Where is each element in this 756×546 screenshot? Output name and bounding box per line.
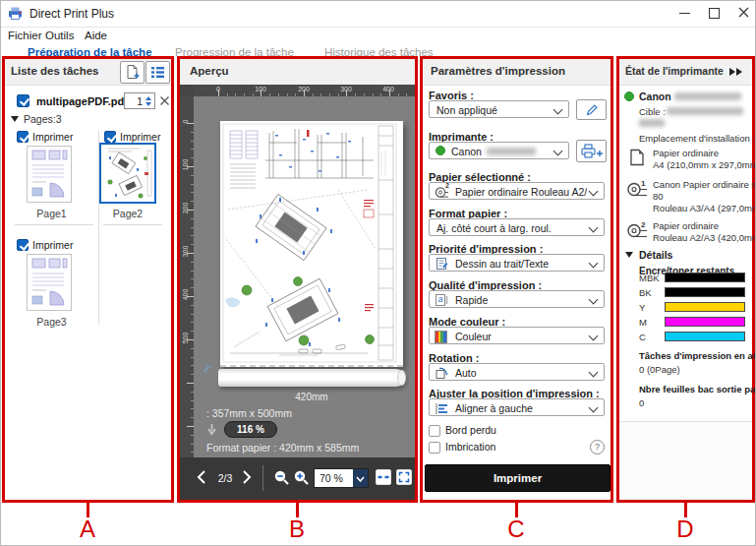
menu-aide[interactable]: Aide	[85, 30, 107, 41]
ruler-label: 300	[340, 86, 352, 92]
help-icon[interactable]: ?	[590, 440, 605, 455]
scale-arrow-icon	[206, 422, 217, 435]
paper-roll-icon: 2	[435, 185, 448, 198]
add-printer-button[interactable]	[576, 140, 607, 162]
printer-name: Canon	[639, 91, 671, 102]
paper-format-label: Format papier : 420mm x 585mm	[206, 442, 359, 454]
rotation-dropdown[interactable]: Auto	[429, 363, 605, 381]
vertical-ruler: 0 100 200 300 400 500	[180, 96, 194, 457]
redacted-text	[674, 92, 741, 100]
ink-bar-c	[665, 332, 745, 341]
preview-canvas[interactable]: ✂ 420mm : 357mm x 500mm 116 % Format pap…	[194, 96, 415, 457]
chevron-down-icon	[589, 258, 599, 268]
paper2-name: Canon Papier ordinaire sup.	[653, 179, 756, 190]
location-label: Emplacement d'installation :	[639, 133, 755, 144]
print-priority-dropdown[interactable]: Dessin au trait/Texte	[429, 254, 605, 272]
output-tray-value: 0	[639, 397, 644, 408]
chevron-down-icon	[589, 294, 599, 304]
minimize-button[interactable]	[670, 0, 700, 26]
details-label: Détails	[639, 249, 672, 261]
app-icon	[8, 6, 23, 21]
roll-1-icon: 1	[626, 181, 648, 198]
print-quality-dropdown[interactable]: a Rapide	[429, 290, 605, 308]
combobox-arrow[interactable]	[353, 469, 368, 487]
print-settings-panel: Paramètres d'impression Favoris : Non ap…	[420, 56, 613, 503]
page3-thumbnail[interactable]	[27, 254, 72, 311]
ink-name: C	[639, 332, 646, 342]
page2-print-label: Imprimer	[120, 131, 160, 143]
menu-fichier[interactable]: Fichier	[8, 30, 42, 41]
page3-print-label: Imprimer	[32, 239, 73, 251]
printer-dropdown[interactable]: Canon	[429, 142, 569, 159]
roll-width-label: 420mm	[218, 392, 405, 402]
pencil-icon	[577, 100, 606, 119]
cut-scissors-icon: ✂	[198, 361, 216, 379]
title-bar[interactable]: Direct Print Plus	[0, 0, 756, 28]
print-position-dropdown[interactable]: Aligner à gauche	[429, 398, 605, 416]
zoom-level-combobox[interactable]: 70 %	[314, 468, 369, 488]
stepper-up-icon[interactable]	[145, 96, 151, 100]
maximize-button[interactable]	[700, 0, 729, 26]
chevron-down-icon	[553, 104, 563, 114]
close-button[interactable]	[729, 0, 756, 26]
job-list-panel: Liste des tâches multipagePDF.pdf 1 Page…	[2, 56, 174, 503]
favorites-dropdown[interactable]: Non appliqué	[429, 100, 569, 118]
remove-file-icon[interactable]	[158, 93, 171, 106]
scale-badge: 116 %	[224, 421, 277, 438]
redacted-text	[487, 148, 536, 155]
printer-status-title: État de l'imprimante	[625, 65, 724, 77]
page2-print-checkbox[interactable]	[104, 131, 116, 143]
fit-width-button[interactable]	[376, 469, 391, 485]
zoom-in-button[interactable]	[293, 469, 310, 486]
color-mode-value: Couleur	[455, 331, 587, 342]
print-button[interactable]: Imprimer	[425, 464, 611, 492]
menu-outils[interactable]: Outils	[45, 30, 74, 41]
ruler-label: 200	[182, 199, 189, 218]
ink-bar-m	[665, 317, 745, 327]
roll-number-badge: 1	[641, 179, 645, 188]
ink-bar-bk	[665, 287, 745, 297]
output-tray-label: Nbre feuilles bac sortie pap. :	[639, 384, 756, 394]
collapse-details-icon[interactable]	[625, 252, 633, 258]
chevron-down-icon	[589, 402, 599, 412]
page1-thumbnail[interactable]	[27, 146, 72, 203]
file-checkbox[interactable]	[17, 94, 29, 107]
paper1-name: Papier ordinaire	[653, 148, 719, 158]
list-view-button[interactable]	[145, 61, 170, 84]
direct-print-plus-window: Direct Print Plus Fichier Outils Aide Pr…	[0, 0, 756, 546]
selected-paper-dropdown[interactable]: 2 Papier ordinaire Rouleau A2/A3 (420,0	[429, 182, 605, 200]
color-mode-dropdown[interactable]: Couleur	[429, 327, 605, 344]
preview-paper	[220, 121, 403, 367]
printer-status-panel: État de l'imprimante Canon Cible : Empla…	[616, 56, 755, 503]
page1-print-checkbox[interactable]	[17, 131, 29, 143]
add-file-button[interactable]	[120, 61, 145, 84]
preview-panel: Aperçu 0 100 200 300 400 0 100 200 300 4…	[177, 56, 418, 503]
prev-page-button[interactable]	[196, 469, 207, 485]
cut-sheet-icon	[628, 149, 645, 166]
preview-toolbar: 2/3 70 %	[180, 457, 415, 500]
page2-label: Page2	[99, 208, 156, 219]
page1-print-label: Imprimer	[32, 131, 73, 143]
selected-paper-value: Papier ordinaire Rouleau A2/A3 (420,0	[455, 186, 587, 198]
stepper-down-icon[interactable]	[145, 102, 151, 106]
chevron-down-icon	[589, 331, 599, 340]
nesting-checkbox[interactable]	[429, 442, 440, 454]
edit-favorites-button[interactable]	[576, 99, 607, 120]
paper2-size: Rouleau A3/A4 (297,0mm)	[653, 203, 756, 213]
page3-label: Page3	[5, 316, 98, 328]
ink-name: M	[639, 317, 647, 328]
preview-title: Aperçu	[190, 65, 229, 77]
borderless-checkbox[interactable]	[429, 425, 440, 437]
page2-thumbnail[interactable]	[99, 143, 156, 204]
zoom-out-button[interactable]	[273, 469, 290, 486]
fit-page-button[interactable]	[396, 469, 412, 485]
rainbow-icon	[435, 331, 447, 343]
collapse-pages-icon[interactable]	[11, 116, 19, 122]
printer-plus-icon	[577, 141, 606, 161]
next-page-button[interactable]	[241, 469, 253, 485]
copies-stepper[interactable]: 1	[124, 92, 155, 109]
paper-format-dropdown[interactable]: Aj. côté court à larg. roul.	[429, 218, 605, 236]
paper1-size: A4 (210,0mm x 297,0mm)	[653, 159, 756, 170]
page-preview-drawing	[220, 121, 403, 365]
page3-print-checkbox[interactable]	[17, 239, 29, 251]
